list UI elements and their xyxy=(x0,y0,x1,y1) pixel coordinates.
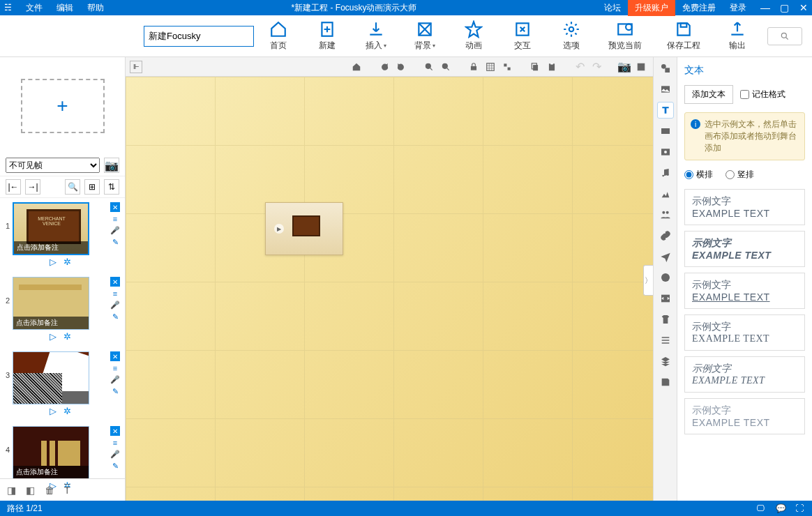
undo-icon[interactable] xyxy=(393,59,409,75)
home-icon[interactable] xyxy=(349,59,364,75)
link-register[interactable]: 免费注册 xyxy=(675,0,723,16)
slide-item[interactable]: 1 点击添加备注▷✲ ✕≡🎤✎ xyxy=(0,198,125,273)
tool-save-icon[interactable] xyxy=(657,374,674,390)
tool-people-icon[interactable] xyxy=(657,206,674,223)
new-slide-button[interactable]: + xyxy=(21,79,105,133)
copy-icon[interactable] xyxy=(527,59,543,75)
nav-first-button[interactable]: |← xyxy=(6,179,21,195)
search-box[interactable] xyxy=(767,27,802,45)
minimize-button[interactable]: — xyxy=(753,0,773,15)
tool-layers-icon[interactable] xyxy=(657,353,674,370)
tool-link-icon[interactable] xyxy=(657,227,674,244)
slide-caption[interactable]: 点击添加备注 xyxy=(13,391,89,404)
canvas-object[interactable]: ▶ xyxy=(265,202,343,255)
format-icon[interactable]: T xyxy=(64,485,70,496)
frame-visibility-select[interactable]: 不可见帧 xyxy=(6,158,100,173)
layout-button[interactable]: ⊞ xyxy=(84,179,100,195)
edit-icon[interactable]: ✎ xyxy=(112,312,119,321)
tool-music-icon[interactable] xyxy=(657,165,674,181)
slide-caption[interactable]: 点击添加备注 xyxy=(14,241,88,254)
slide-item[interactable]: 3 点击添加备注▷✲ ✕≡🎤✎ xyxy=(0,347,125,422)
snapshot-icon[interactable]: 📷 xyxy=(617,59,632,75)
menu-icon[interactable]: ≡ xyxy=(113,364,117,372)
slide-thumbnail[interactable]: 点击添加备注 xyxy=(13,277,89,330)
menu-icon[interactable]: ≡ xyxy=(113,289,117,298)
delete-slide-icon[interactable]: ✕ xyxy=(110,351,120,361)
orientation-vertical[interactable]: 竖排 xyxy=(725,169,754,181)
zoom-in-icon[interactable] xyxy=(421,59,437,75)
tool-video-icon[interactable] xyxy=(657,123,674,139)
delete-slide-icon[interactable]: ✕ xyxy=(110,202,120,212)
slide-item[interactable]: 2 点击添加备注▷✲ ✕≡🎤✎ xyxy=(0,273,125,347)
mic-icon[interactable]: 🎤 xyxy=(110,450,120,459)
tool-globe-icon[interactable] xyxy=(657,269,674,286)
menu-help[interactable]: 帮助 xyxy=(80,0,111,16)
toolbar-export[interactable]: 输出 xyxy=(713,20,762,52)
mic-icon[interactable]: 🎤 xyxy=(110,226,120,235)
undo2-icon[interactable]: ↶ xyxy=(572,59,587,75)
menu-icon[interactable]: ≡ xyxy=(113,439,117,447)
close-button[interactable]: ✕ xyxy=(792,0,812,15)
snap-icon[interactable] xyxy=(499,59,515,75)
settings-icon[interactable]: ✲ xyxy=(63,406,71,416)
play-icon[interactable]: ▷ xyxy=(50,331,57,342)
menu-icon[interactable]: ≡ xyxy=(113,215,117,223)
project-name-input[interactable] xyxy=(149,31,249,41)
mic-icon[interactable]: 🎤 xyxy=(110,375,120,384)
example-text-item[interactable]: 示例文字EXAMPLE TEXT xyxy=(684,314,805,351)
toolbar-background[interactable]: 背景▾ xyxy=(400,20,449,52)
fullscreen-icon[interactable] xyxy=(633,59,649,75)
mic-icon[interactable]: 🎤 xyxy=(110,301,120,310)
organize-button[interactable]: ⇅ xyxy=(104,179,119,195)
slide-caption[interactable]: 点击添加备注 xyxy=(13,466,89,478)
example-text-item[interactable]: 示例文字EXAMPLE TEXT xyxy=(684,189,805,225)
redo2-icon[interactable]: ↷ xyxy=(589,59,604,75)
remember-format-checkbox[interactable]: 记住格式 xyxy=(740,89,785,100)
zoom-slides-button[interactable]: 🔍 xyxy=(65,179,80,195)
edit-icon[interactable]: ✎ xyxy=(112,387,119,396)
nav-last-button[interactable]: →| xyxy=(25,179,40,195)
settings-icon[interactable]: ✲ xyxy=(63,331,71,342)
orientation-horizontal[interactable]: 横排 xyxy=(684,169,713,181)
trash-icon[interactable]: 🗑 xyxy=(45,485,54,496)
link-upgrade[interactable]: 升级账户 xyxy=(628,0,675,16)
menu-file[interactable]: 文件 xyxy=(19,0,50,16)
tool-plane-icon[interactable] xyxy=(657,248,674,265)
canvas[interactable]: ▶ xyxy=(126,77,653,501)
redo-icon[interactable] xyxy=(377,59,392,75)
toolbar-preview[interactable]: 预览当前 xyxy=(596,20,654,52)
toolbar-interact[interactable]: 交互 xyxy=(498,20,547,52)
camera-icon[interactable]: 📷 xyxy=(104,158,119,173)
example-text-item[interactable]: 示例文字EXAMPLE TEXT xyxy=(684,356,805,393)
example-text-item[interactable]: 示例文字EXAMPLE TEXT xyxy=(684,231,805,267)
edit-icon[interactable]: ✎ xyxy=(112,462,119,471)
toolbar-home[interactable]: 首页 xyxy=(254,20,303,52)
example-text-item[interactable]: 示例文字EXAMPLE TEXT xyxy=(684,398,805,434)
tool-image-icon[interactable] xyxy=(657,81,674,98)
example-text-item[interactable]: 示例文字EXAMPLE TEXT xyxy=(684,273,805,309)
toolbar-save[interactable]: 保存工程 xyxy=(654,20,713,52)
play-icon[interactable]: ▷ xyxy=(50,406,57,416)
slide-thumbnail[interactable]: 点击添加备注 xyxy=(13,426,89,479)
status-expand-icon[interactable]: ⛶ xyxy=(795,503,805,513)
ruler-toggle[interactable]: ⊩ xyxy=(130,61,142,73)
edit-icon[interactable]: ✎ xyxy=(112,238,119,247)
object-play-icon[interactable]: ▶ xyxy=(274,224,284,234)
delete-slide-icon[interactable]: ✕ xyxy=(110,426,120,436)
tool-code-icon[interactable] xyxy=(657,290,674,307)
paste-icon[interactable] xyxy=(544,59,559,75)
panel-collapse-toggle[interactable]: 〉 xyxy=(643,265,653,296)
play-icon[interactable]: ▷ xyxy=(50,257,57,267)
add-text-button[interactable]: 添加文本 xyxy=(684,85,733,104)
status-display-icon[interactable]: 🖵 xyxy=(756,503,766,513)
tool-text-icon[interactable] xyxy=(657,102,674,119)
slide-caption[interactable]: 点击添加备注 xyxy=(13,317,89,329)
link-forum[interactable]: 论坛 xyxy=(597,0,628,16)
tool-chart-icon[interactable] xyxy=(657,185,674,202)
settings-icon[interactable]: ✲ xyxy=(63,257,71,267)
indent-left-icon[interactable]: ◨ xyxy=(7,485,16,496)
tool-movie-icon[interactable] xyxy=(657,144,674,160)
grid-icon[interactable] xyxy=(483,59,498,75)
status-chat-icon[interactable]: 💬 xyxy=(776,503,785,513)
tool-shapes-icon[interactable] xyxy=(657,60,674,77)
